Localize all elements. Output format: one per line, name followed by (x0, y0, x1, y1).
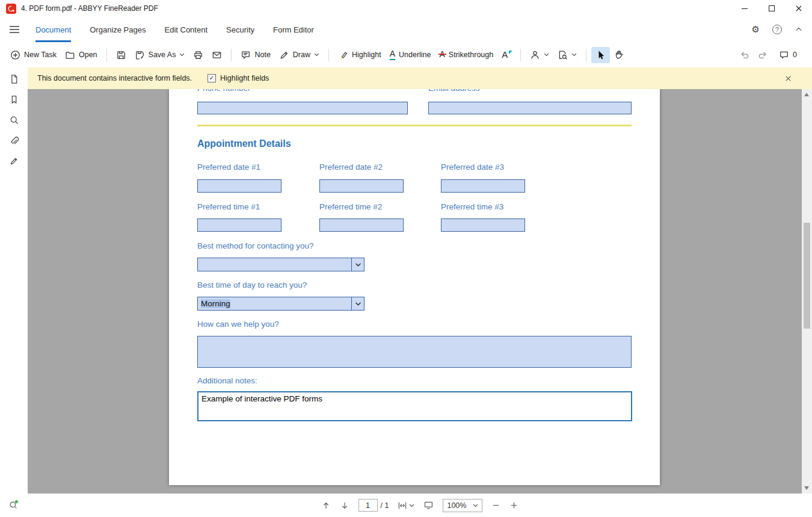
tab-form-editor[interactable]: Form Editor (273, 23, 314, 37)
abbyy-finereader-window: 4. PDF form.pdf - ABBYY FineReader PDF D… (0, 0, 812, 517)
save-button[interactable] (112, 47, 131, 63)
fit-page-icon (423, 500, 434, 510)
scrollbar-up-arrow-icon[interactable] (804, 93, 809, 96)
preferred-date-2-label: Preferred date #2 (319, 163, 383, 172)
zoom-select[interactable]: 100% (443, 499, 482, 512)
document-search-button[interactable] (553, 47, 581, 63)
zoom-out-button[interactable] (491, 501, 500, 510)
chevron-down-icon (355, 301, 361, 306)
help-textarea[interactable] (197, 336, 632, 368)
ribbon-tab-bar: Document Organize Pages Edit Content Sec… (0, 17, 812, 42)
preferred-time-1-field[interactable] (197, 218, 281, 232)
underline-button[interactable]: A Underline (386, 46, 435, 63)
pages-panel-button[interactable] (7, 73, 20, 84)
undo-button[interactable] (740, 50, 750, 60)
email-label: Email address (428, 89, 480, 93)
chevron-down-icon (544, 52, 549, 57)
minimize-button[interactable] (731, 0, 758, 17)
left-sidebar (0, 67, 28, 517)
close-button[interactable] (785, 0, 812, 17)
close-icon (784, 74, 793, 83)
toolbar-separator (520, 49, 521, 61)
status-bar: 1 / 1 100% (28, 494, 812, 517)
combo-dropdown-button[interactable] (351, 297, 364, 310)
page-total-label: / 1 (381, 501, 389, 510)
underline-label: Underline (399, 51, 431, 59)
page-number-input[interactable]: 1 (358, 499, 378, 512)
settings-gear-icon[interactable]: ⚙ (752, 25, 760, 34)
strikethrough-icon: A (440, 50, 445, 59)
new-task-button[interactable]: New Task (6, 47, 61, 63)
help-label: How can we help you? (197, 320, 279, 329)
save-as-label: Save As (149, 51, 176, 59)
toolbar-right-controls: 0 (740, 47, 806, 63)
preferred-date-3-field[interactable] (441, 179, 525, 193)
select-tool-button[interactable] (591, 47, 610, 63)
hamburger-menu-button[interactable] (9, 25, 20, 34)
new-task-icon (10, 50, 20, 60)
document-canvas: Phone number Email address Appointment D… (28, 89, 812, 494)
note-button[interactable]: Note (236, 47, 274, 63)
reach-time-value-wrap: Morning (198, 297, 364, 308)
insert-text-button[interactable]: A (497, 47, 515, 63)
save-as-button[interactable]: Save As (131, 47, 189, 63)
highlight-fields-toggle[interactable]: ✓ Highlight fields (208, 74, 269, 82)
preferred-time-1-label: Preferred time #1 (197, 202, 260, 211)
fit-width-button[interactable] (398, 501, 414, 510)
zoom-in-button[interactable] (509, 501, 518, 510)
attachments-button[interactable] (7, 135, 20, 146)
tab-organize-pages[interactable]: Organize Pages (90, 23, 146, 37)
phone-field[interactable] (197, 102, 408, 114)
tab-security[interactable]: Security (226, 23, 254, 37)
draw-button[interactable]: Draw (275, 47, 324, 63)
scrollbar-down-arrow-icon[interactable] (804, 486, 809, 490)
notes-label: Additional notes: (197, 376, 257, 385)
toolbar-separator (231, 49, 232, 61)
strikethrough-button[interactable]: A Strikethrough (435, 47, 498, 62)
tab-edit-content[interactable]: Edit Content (164, 23, 208, 37)
highlight-button[interactable]: Highlight (334, 47, 386, 63)
zoom-in-icon (509, 501, 518, 510)
undo-icon (740, 50, 750, 60)
checkbox-check-icon[interactable]: ✓ (208, 74, 216, 82)
notes-field[interactable]: Example of interactive PDF forms (197, 391, 632, 421)
collapse-ribbon-icon[interactable] (795, 25, 803, 34)
next-page-button[interactable] (340, 501, 349, 510)
preferred-date-1-field[interactable] (197, 179, 281, 193)
preferred-date-2-field[interactable] (319, 179, 404, 193)
hand-tool-button[interactable] (610, 46, 629, 63)
status-indicator-icon (8, 500, 19, 510)
tab-document[interactable]: Document (35, 23, 71, 37)
combo-dropdown-button[interactable] (351, 258, 364, 271)
previous-page-button[interactable] (321, 501, 331, 510)
vertical-scrollbar[interactable] (802, 89, 812, 494)
signature-button[interactable] (526, 47, 553, 63)
email-field[interactable] (428, 102, 632, 114)
redo-button[interactable] (757, 50, 767, 60)
reach-time-label: Best time of day to reach you? (197, 280, 307, 289)
status-indicator-button[interactable] (8, 500, 19, 510)
print-button[interactable] (189, 47, 208, 63)
toolbar-separator (328, 49, 329, 61)
select-cursor-icon (595, 50, 606, 60)
reach-time-value: Morning (201, 299, 230, 308)
search-button[interactable] (7, 114, 20, 125)
fit-page-button[interactable] (423, 500, 434, 510)
open-label: Open (79, 51, 97, 59)
notification-close-button[interactable] (782, 72, 794, 84)
preferred-time-2-field[interactable] (319, 218, 404, 232)
fill-sign-button[interactable] (7, 155, 20, 166)
scrollbar-thumb[interactable] (804, 223, 810, 329)
email-button[interactable] (208, 47, 226, 63)
reach-time-select[interactable]: Morning (197, 297, 364, 311)
open-button[interactable]: Open (61, 47, 102, 63)
preferred-time-3-field[interactable] (441, 218, 525, 232)
open-folder-icon (65, 50, 75, 60)
help-icon[interactable]: ? (772, 25, 782, 34)
bookmarks-button[interactable] (7, 94, 20, 105)
comments-button[interactable]: 0 (775, 47, 801, 63)
preferred-date-3-label: Preferred date #3 (441, 163, 504, 172)
highlight-label: Highlight (352, 51, 381, 59)
contact-method-select[interactable] (197, 258, 364, 271)
maximize-button[interactable] (758, 0, 785, 17)
